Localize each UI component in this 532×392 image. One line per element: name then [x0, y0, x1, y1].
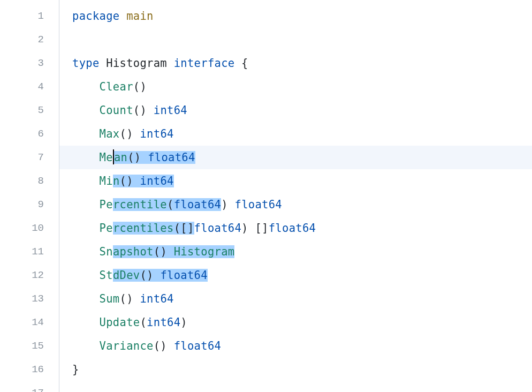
method-sum: Sum	[100, 292, 120, 305]
text-selection: an	[114, 151, 127, 164]
line-number: 6	[0, 122, 44, 146]
line-number: 2	[0, 28, 44, 51]
code-line[interactable]: Update(int64)	[72, 311, 532, 334]
code-line[interactable]: Variance() float64	[72, 334, 532, 358]
line-number: 12	[0, 263, 44, 287]
text-cursor	[113, 149, 114, 164]
line-number: 4	[0, 75, 44, 99]
text-selection: rcentile	[113, 198, 167, 211]
code-line[interactable]	[72, 381, 532, 392]
keyword-type: type	[72, 57, 100, 70]
line-number: 1	[0, 4, 44, 28]
method-percentile: Percentile	[100, 198, 167, 211]
keyword-interface: interface	[174, 57, 235, 70]
brace-close: }	[72, 363, 79, 376]
code-line[interactable]: Percentile(float64) float64	[72, 193, 532, 216]
line-number: 15	[0, 334, 44, 358]
code-line[interactable]: Min() int64	[72, 169, 532, 193]
line-number: 10	[0, 216, 44, 240]
code-line-current[interactable]: Mean() float64	[72, 146, 532, 169]
line-gutter: 1 2 3 4 5 6 7 8 9 10 11 12 13 14 15 16 1…	[0, 0, 59, 392]
code-line[interactable]	[72, 28, 532, 51]
method-snapshot: Snapshot	[100, 245, 154, 258]
code-line[interactable]: Max() int64	[72, 122, 532, 146]
code-area[interactable]: package main type Histogram interface { …	[59, 0, 532, 392]
return-type: float64	[234, 198, 282, 211]
text-selection: rcentiles	[113, 222, 174, 235]
brace-open: {	[241, 57, 248, 70]
method-variance: Variance	[100, 340, 154, 352]
method-max: Max	[100, 127, 120, 140]
method-update: Update	[100, 316, 140, 329]
return-type: int64	[140, 175, 173, 187]
line-number: 3	[0, 51, 44, 75]
code-line[interactable]: type Histogram interface {	[72, 51, 532, 75]
return-type: float64	[269, 222, 316, 235]
line-number: 7	[0, 146, 44, 169]
keyword-package: package	[72, 10, 120, 22]
code-line[interactable]: Snapshot() Histogram	[72, 240, 532, 263]
code-line[interactable]: Sum() int64	[72, 287, 532, 311]
line-number: 14	[0, 311, 44, 334]
return-type: int64	[140, 292, 173, 305]
code-line[interactable]: Count() int64	[72, 99, 532, 122]
text-selection: dDev	[113, 269, 140, 282]
code-editor: 1 2 3 4 5 6 7 8 9 10 11 12 13 14 15 16 1…	[0, 0, 532, 392]
code-line[interactable]: StdDev() float64	[72, 263, 532, 287]
code-line[interactable]: Clear()	[72, 75, 532, 99]
code-line[interactable]: Percentiles([]float64) []float64	[72, 216, 532, 240]
return-type: int64	[154, 104, 187, 117]
return-type: Histogram	[174, 245, 235, 258]
method-percentiles: Percentiles	[100, 222, 174, 235]
type-name: Histogram	[106, 57, 167, 70]
method-clear: Clear	[100, 80, 133, 93]
line-number: 9	[0, 193, 44, 216]
line-number: 17	[0, 381, 44, 392]
return-type: float64	[148, 151, 195, 164]
return-type: int64	[140, 127, 173, 140]
line-number: 5	[0, 99, 44, 122]
method-stddev: StdDev	[100, 269, 140, 282]
line-number: 8	[0, 169, 44, 193]
line-number: 13	[0, 287, 44, 311]
return-type: float64	[174, 340, 222, 352]
line-number: 11	[0, 240, 44, 263]
method-mean: Mean	[100, 151, 128, 164]
method-count: Count	[100, 104, 133, 117]
method-min: Min	[100, 175, 120, 187]
text-selection: apshot	[113, 245, 154, 258]
text-selection: n	[113, 175, 120, 187]
return-type: float64	[160, 269, 208, 282]
code-line[interactable]: }	[72, 358, 532, 381]
package-name: main	[126, 10, 154, 22]
code-line[interactable]: package main	[72, 4, 532, 28]
line-number: 16	[0, 358, 44, 381]
